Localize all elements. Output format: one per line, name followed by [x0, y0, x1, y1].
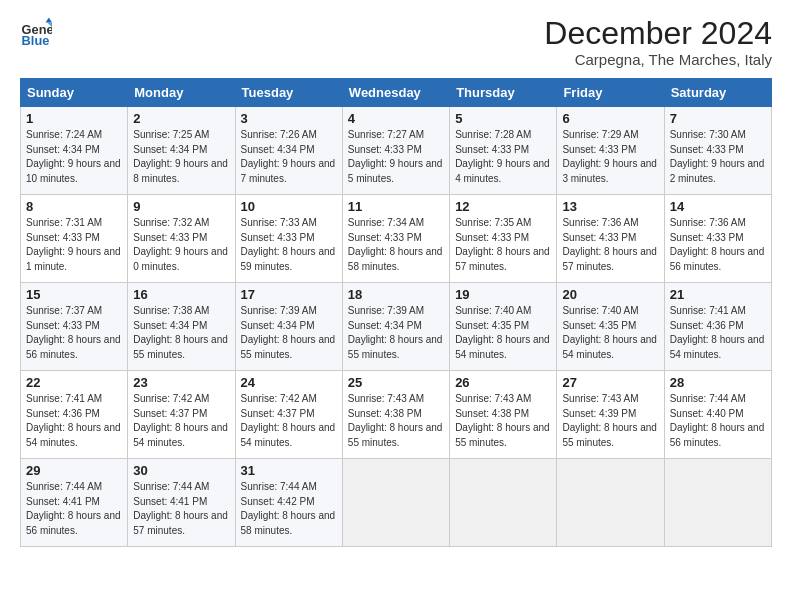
day-number: 21	[670, 287, 766, 302]
day-info: Sunrise: 7:26 AMSunset: 4:34 PMDaylight:…	[241, 128, 337, 186]
day-info: Sunrise: 7:36 AMSunset: 4:33 PMDaylight:…	[562, 216, 658, 274]
calendar-cell: 17Sunrise: 7:39 AMSunset: 4:34 PMDayligh…	[235, 283, 342, 371]
calendar-body: 1Sunrise: 7:24 AMSunset: 4:34 PMDaylight…	[21, 107, 772, 547]
day-info: Sunrise: 7:44 AMSunset: 4:40 PMDaylight:…	[670, 392, 766, 450]
calendar-cell: 13Sunrise: 7:36 AMSunset: 4:33 PMDayligh…	[557, 195, 664, 283]
calendar-cell: 21Sunrise: 7:41 AMSunset: 4:36 PMDayligh…	[664, 283, 771, 371]
day-info: Sunrise: 7:44 AMSunset: 4:41 PMDaylight:…	[133, 480, 229, 538]
day-number: 27	[562, 375, 658, 390]
day-number: 26	[455, 375, 551, 390]
calendar-row: 8Sunrise: 7:31 AMSunset: 4:33 PMDaylight…	[21, 195, 772, 283]
title-block: December 2024 Carpegna, The Marches, Ita…	[544, 16, 772, 68]
calendar-header: Sunday Monday Tuesday Wednesday Thursday…	[21, 79, 772, 107]
col-wednesday: Wednesday	[342, 79, 449, 107]
svg-text:Blue: Blue	[22, 33, 50, 48]
header-row: Sunday Monday Tuesday Wednesday Thursday…	[21, 79, 772, 107]
col-sunday: Sunday	[21, 79, 128, 107]
calendar-cell: 4Sunrise: 7:27 AMSunset: 4:33 PMDaylight…	[342, 107, 449, 195]
day-info: Sunrise: 7:43 AMSunset: 4:39 PMDaylight:…	[562, 392, 658, 450]
day-number: 2	[133, 111, 229, 126]
day-number: 12	[455, 199, 551, 214]
day-number: 17	[241, 287, 337, 302]
calendar-cell: 5Sunrise: 7:28 AMSunset: 4:33 PMDaylight…	[450, 107, 557, 195]
day-info: Sunrise: 7:42 AMSunset: 4:37 PMDaylight:…	[241, 392, 337, 450]
day-number: 13	[562, 199, 658, 214]
location: Carpegna, The Marches, Italy	[544, 51, 772, 68]
col-saturday: Saturday	[664, 79, 771, 107]
day-info: Sunrise: 7:39 AMSunset: 4:34 PMDaylight:…	[348, 304, 444, 362]
calendar-row: 22Sunrise: 7:41 AMSunset: 4:36 PMDayligh…	[21, 371, 772, 459]
day-info: Sunrise: 7:41 AMSunset: 4:36 PMDaylight:…	[670, 304, 766, 362]
logo: General Blue	[20, 16, 52, 48]
day-number: 22	[26, 375, 122, 390]
day-number: 1	[26, 111, 122, 126]
day-number: 15	[26, 287, 122, 302]
day-number: 3	[241, 111, 337, 126]
day-number: 31	[241, 463, 337, 478]
day-info: Sunrise: 7:32 AMSunset: 4:33 PMDaylight:…	[133, 216, 229, 274]
calendar-cell	[664, 459, 771, 547]
day-number: 28	[670, 375, 766, 390]
calendar-cell: 24Sunrise: 7:42 AMSunset: 4:37 PMDayligh…	[235, 371, 342, 459]
day-number: 10	[241, 199, 337, 214]
col-tuesday: Tuesday	[235, 79, 342, 107]
calendar-cell: 14Sunrise: 7:36 AMSunset: 4:33 PMDayligh…	[664, 195, 771, 283]
day-number: 30	[133, 463, 229, 478]
day-info: Sunrise: 7:42 AMSunset: 4:37 PMDaylight:…	[133, 392, 229, 450]
svg-marker-2	[46, 18, 52, 23]
day-number: 20	[562, 287, 658, 302]
calendar-cell: 8Sunrise: 7:31 AMSunset: 4:33 PMDaylight…	[21, 195, 128, 283]
calendar-cell: 29Sunrise: 7:44 AMSunset: 4:41 PMDayligh…	[21, 459, 128, 547]
day-info: Sunrise: 7:34 AMSunset: 4:33 PMDaylight:…	[348, 216, 444, 274]
calendar-cell	[342, 459, 449, 547]
calendar-cell: 9Sunrise: 7:32 AMSunset: 4:33 PMDaylight…	[128, 195, 235, 283]
day-info: Sunrise: 7:44 AMSunset: 4:42 PMDaylight:…	[241, 480, 337, 538]
day-number: 18	[348, 287, 444, 302]
col-friday: Friday	[557, 79, 664, 107]
day-info: Sunrise: 7:44 AMSunset: 4:41 PMDaylight:…	[26, 480, 122, 538]
page-container: General Blue December 2024 Carpegna, The…	[0, 0, 792, 557]
day-number: 7	[670, 111, 766, 126]
calendar-row: 1Sunrise: 7:24 AMSunset: 4:34 PMDaylight…	[21, 107, 772, 195]
calendar-cell: 30Sunrise: 7:44 AMSunset: 4:41 PMDayligh…	[128, 459, 235, 547]
day-number: 4	[348, 111, 444, 126]
day-number: 19	[455, 287, 551, 302]
calendar-cell: 3Sunrise: 7:26 AMSunset: 4:34 PMDaylight…	[235, 107, 342, 195]
day-info: Sunrise: 7:27 AMSunset: 4:33 PMDaylight:…	[348, 128, 444, 186]
calendar-cell: 18Sunrise: 7:39 AMSunset: 4:34 PMDayligh…	[342, 283, 449, 371]
day-number: 8	[26, 199, 122, 214]
day-number: 23	[133, 375, 229, 390]
day-number: 24	[241, 375, 337, 390]
calendar-table: Sunday Monday Tuesday Wednesday Thursday…	[20, 78, 772, 547]
col-monday: Monday	[128, 79, 235, 107]
day-number: 14	[670, 199, 766, 214]
day-info: Sunrise: 7:39 AMSunset: 4:34 PMDaylight:…	[241, 304, 337, 362]
day-info: Sunrise: 7:40 AMSunset: 4:35 PMDaylight:…	[455, 304, 551, 362]
day-info: Sunrise: 7:31 AMSunset: 4:33 PMDaylight:…	[26, 216, 122, 274]
day-number: 16	[133, 287, 229, 302]
calendar-cell: 22Sunrise: 7:41 AMSunset: 4:36 PMDayligh…	[21, 371, 128, 459]
calendar-cell: 11Sunrise: 7:34 AMSunset: 4:33 PMDayligh…	[342, 195, 449, 283]
day-info: Sunrise: 7:36 AMSunset: 4:33 PMDaylight:…	[670, 216, 766, 274]
calendar-cell: 1Sunrise: 7:24 AMSunset: 4:34 PMDaylight…	[21, 107, 128, 195]
day-info: Sunrise: 7:29 AMSunset: 4:33 PMDaylight:…	[562, 128, 658, 186]
header: General Blue December 2024 Carpegna, The…	[20, 16, 772, 68]
calendar-cell: 7Sunrise: 7:30 AMSunset: 4:33 PMDaylight…	[664, 107, 771, 195]
day-info: Sunrise: 7:38 AMSunset: 4:34 PMDaylight:…	[133, 304, 229, 362]
day-number: 5	[455, 111, 551, 126]
calendar-cell: 23Sunrise: 7:42 AMSunset: 4:37 PMDayligh…	[128, 371, 235, 459]
calendar-cell: 31Sunrise: 7:44 AMSunset: 4:42 PMDayligh…	[235, 459, 342, 547]
calendar-cell: 16Sunrise: 7:38 AMSunset: 4:34 PMDayligh…	[128, 283, 235, 371]
calendar-cell: 20Sunrise: 7:40 AMSunset: 4:35 PMDayligh…	[557, 283, 664, 371]
calendar-cell: 28Sunrise: 7:44 AMSunset: 4:40 PMDayligh…	[664, 371, 771, 459]
day-info: Sunrise: 7:30 AMSunset: 4:33 PMDaylight:…	[670, 128, 766, 186]
calendar-cell: 6Sunrise: 7:29 AMSunset: 4:33 PMDaylight…	[557, 107, 664, 195]
day-info: Sunrise: 7:40 AMSunset: 4:35 PMDaylight:…	[562, 304, 658, 362]
day-info: Sunrise: 7:28 AMSunset: 4:33 PMDaylight:…	[455, 128, 551, 186]
col-thursday: Thursday	[450, 79, 557, 107]
calendar-row: 29Sunrise: 7:44 AMSunset: 4:41 PMDayligh…	[21, 459, 772, 547]
day-number: 29	[26, 463, 122, 478]
calendar-cell: 26Sunrise: 7:43 AMSunset: 4:38 PMDayligh…	[450, 371, 557, 459]
day-info: Sunrise: 7:37 AMSunset: 4:33 PMDaylight:…	[26, 304, 122, 362]
calendar-cell: 27Sunrise: 7:43 AMSunset: 4:39 PMDayligh…	[557, 371, 664, 459]
